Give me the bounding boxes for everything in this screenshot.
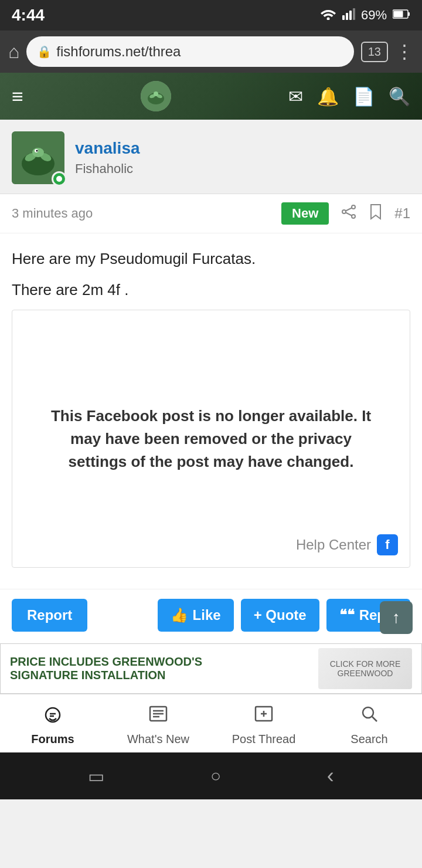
ad-text-block: PRICE INCLUDES GREENWOOD'S SIGNATURE INS… bbox=[10, 655, 311, 682]
svg-point-22 bbox=[352, 215, 355, 218]
online-badge bbox=[52, 171, 67, 187]
svg-line-23 bbox=[346, 208, 352, 211]
tabs-count: 13 bbox=[368, 45, 381, 59]
svg-point-21 bbox=[342, 210, 346, 213]
svg-rect-4 bbox=[353, 8, 355, 20]
post-thread-icon bbox=[253, 703, 274, 729]
svg-point-20 bbox=[352, 205, 355, 209]
bookmark-icon[interactable] bbox=[369, 204, 383, 224]
fb-help-row: Help Center f bbox=[296, 534, 398, 555]
fb-unavailable-text: This Facebook post is no longer availabl… bbox=[47, 405, 375, 473]
battery-percent: 69% bbox=[361, 8, 387, 23]
post-meta-right: New #1 bbox=[281, 202, 410, 225]
post-thread-label: Post Thread bbox=[232, 733, 296, 746]
svg-point-19 bbox=[36, 150, 38, 152]
search-icon[interactable]: 🔍 bbox=[389, 86, 410, 107]
user-details: vanalisa Fishaholic bbox=[75, 139, 140, 177]
svg-rect-7 bbox=[394, 11, 403, 18]
user-info-row: vanalisa Fishaholic bbox=[0, 120, 422, 194]
thumbs-up-icon: 👍 bbox=[171, 607, 188, 623]
fb-help-text[interactable]: Help Center bbox=[296, 537, 371, 553]
post-text-line2: There are 2m 4f . bbox=[12, 279, 410, 301]
new-badge: New bbox=[281, 202, 329, 225]
svg-rect-3 bbox=[349, 11, 352, 20]
recent-apps-button[interactable]: ▭ bbox=[88, 766, 104, 786]
url-bar[interactable]: 🔒 fishforums.net/threa bbox=[26, 36, 353, 67]
whats-new-label: What's New bbox=[127, 733, 189, 746]
ad-line2: SIGNATURE INSTALLATION bbox=[10, 669, 311, 682]
url-text: fishforums.net/threa bbox=[56, 43, 181, 60]
forums-icon bbox=[42, 703, 63, 729]
tabs-button[interactable]: 13 bbox=[361, 42, 388, 62]
ad-banner[interactable]: PRICE INCLUDES GREENWOOD'S SIGNATURE INS… bbox=[0, 643, 422, 694]
svg-point-12 bbox=[154, 91, 158, 96]
forum-header: ≡ ✉ 🔔 📄 🔍 bbox=[0, 73, 422, 120]
search-label: Search bbox=[350, 733, 387, 746]
user-avatar-wrap bbox=[12, 131, 64, 184]
wifi-icon bbox=[320, 7, 336, 23]
user-role: Fishaholic bbox=[75, 161, 140, 177]
home-button[interactable]: ○ bbox=[210, 766, 221, 786]
nav-whats-new[interactable]: What's New bbox=[106, 703, 211, 746]
action-buttons-row: Report 👍 Like + Quote ❝❝ Reply bbox=[0, 589, 422, 643]
mail-icon[interactable]: ✉ bbox=[288, 86, 303, 107]
signal-icon bbox=[342, 7, 355, 23]
svg-point-0 bbox=[326, 18, 329, 21]
svg-line-24 bbox=[346, 212, 352, 215]
scroll-to-top-button[interactable]: ↑ bbox=[380, 601, 413, 634]
status-time: 4:44 bbox=[12, 6, 45, 25]
browser-bar: ⌂ 🔒 fishforums.net/threa 13 ⋮ bbox=[0, 30, 422, 73]
post-text-line1: Here are my Pseudomugil Furcatas. bbox=[12, 247, 410, 270]
home-icon[interactable]: ⌂ bbox=[8, 41, 19, 63]
quote-button[interactable]: + Quote bbox=[241, 599, 319, 632]
ad-image: CLICK FOR MOREGREENWOOD bbox=[318, 648, 412, 689]
post-number: #1 bbox=[394, 205, 410, 222]
like-button[interactable]: 👍 Like bbox=[158, 599, 234, 632]
more-icon[interactable]: ⋮ bbox=[395, 40, 414, 63]
bell-icon[interactable]: 🔔 bbox=[317, 86, 339, 107]
reply-icon: ❝❝ bbox=[339, 607, 355, 623]
report-button[interactable]: Report bbox=[12, 599, 87, 632]
svg-rect-1 bbox=[342, 15, 345, 20]
header-avatar[interactable] bbox=[141, 81, 171, 111]
bottom-nav: Forums What's New Post Thread bbox=[0, 694, 422, 752]
action-area-wrap: Report 👍 Like + Quote ❝❝ Reply ↑ bbox=[0, 589, 422, 643]
android-nav-bar: ▭ ○ ‹ bbox=[0, 752, 422, 799]
battery-icon bbox=[393, 8, 410, 23]
status-bar: 4:44 69% bbox=[0, 0, 422, 30]
fb-embed-box: This Facebook post is no longer availabl… bbox=[12, 310, 410, 568]
whats-new-icon bbox=[148, 703, 169, 729]
nav-post-thread[interactable]: Post Thread bbox=[211, 703, 316, 746]
post-meta-row: 3 minutes ago New #1 bbox=[0, 194, 422, 233]
post-content: Here are my Pseudomugil Furcatas. There … bbox=[0, 233, 422, 589]
lock-icon: 🔒 bbox=[37, 45, 52, 59]
btn-group-right: 👍 Like + Quote ❝❝ Reply bbox=[158, 599, 410, 632]
post-container: vanalisa Fishaholic 3 minutes ago New bbox=[0, 120, 422, 694]
svg-rect-2 bbox=[346, 13, 348, 20]
svg-point-17 bbox=[32, 148, 44, 157]
user-name[interactable]: vanalisa bbox=[75, 139, 140, 158]
back-button[interactable]: ‹ bbox=[327, 764, 334, 788]
nav-forums[interactable]: Forums bbox=[0, 703, 106, 746]
doc-icon[interactable]: 📄 bbox=[353, 86, 375, 107]
quote-label: + Quote bbox=[254, 607, 307, 623]
search-nav-icon bbox=[359, 703, 380, 729]
header-center bbox=[141, 81, 171, 111]
header-right: ✉ 🔔 📄 🔍 bbox=[288, 86, 410, 107]
hamburger-icon[interactable]: ≡ bbox=[12, 85, 23, 108]
facebook-icon[interactable]: f bbox=[377, 534, 398, 555]
share-icon[interactable] bbox=[341, 204, 357, 224]
like-label: Like bbox=[193, 607, 221, 623]
header-left: ≡ bbox=[12, 85, 23, 108]
status-icons: 69% bbox=[320, 7, 410, 23]
svg-point-35 bbox=[363, 707, 373, 718]
post-timestamp: 3 minutes ago bbox=[12, 206, 93, 221]
nav-search[interactable]: Search bbox=[316, 703, 422, 746]
svg-line-36 bbox=[372, 717, 377, 721]
svg-rect-6 bbox=[408, 12, 410, 16]
ad-line1: PRICE INCLUDES GREENWOOD'S bbox=[10, 655, 311, 669]
forums-label: Forums bbox=[31, 733, 74, 746]
